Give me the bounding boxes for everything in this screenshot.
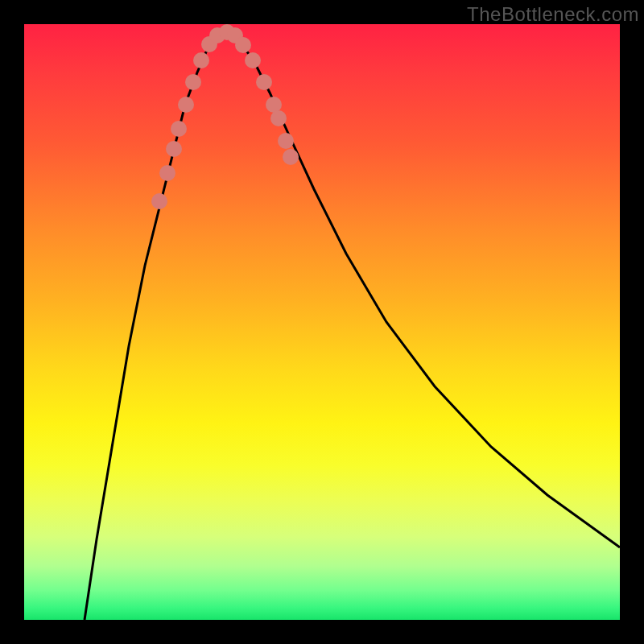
data-marker — [193, 52, 209, 68]
data-marker — [278, 133, 294, 149]
bottleneck-curve-left — [85, 32, 225, 620]
data-marker — [266, 97, 282, 113]
data-marker — [171, 121, 187, 137]
data-marker — [166, 141, 182, 157]
data-marker — [245, 52, 261, 68]
data-marker — [283, 149, 299, 165]
data-marker — [178, 97, 194, 113]
bottleneck-curve-right — [225, 32, 620, 547]
chart-svg — [24, 24, 620, 620]
data-markers — [151, 24, 299, 209]
data-marker — [256, 74, 272, 90]
data-marker — [185, 74, 201, 90]
watermark-text: TheBottleneck.com — [467, 3, 639, 26]
data-marker — [270, 110, 287, 126]
data-marker — [159, 165, 175, 181]
data-marker — [151, 193, 167, 209]
chart-canvas: TheBottleneck.com — [0, 0, 644, 644]
plot-area — [24, 24, 620, 620]
data-marker — [235, 37, 251, 53]
